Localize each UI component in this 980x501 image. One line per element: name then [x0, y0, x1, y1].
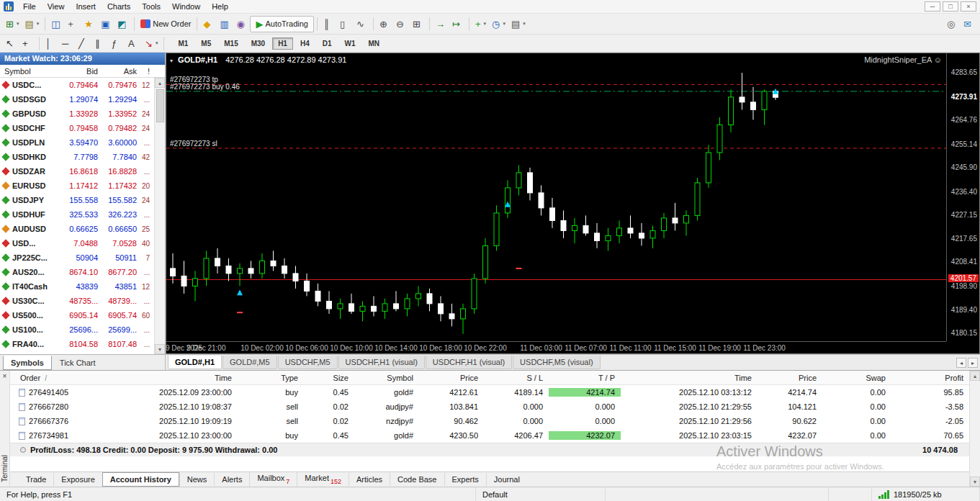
close-button[interactable]: × [961, 1, 976, 12]
cursor-tool[interactable]: ↖ [3, 35, 19, 52]
terminal-col-header-profit-11[interactable]: Profit [891, 374, 969, 382]
market-watch-row[interactable]: US30C...48735...48739...... [0, 294, 154, 308]
market-watch-row[interactable]: USDSGD1.290741.29294... [0, 92, 154, 107]
vertical-line-tool[interactable]: │ [42, 35, 59, 52]
market-watch-row[interactable]: IT40Cash438394385112 [0, 279, 154, 294]
channel-tool[interactable]: ∥ [92, 35, 109, 52]
status-profile[interactable]: Default [476, 487, 606, 501]
market-watch-row[interactable]: USDC...0.794640.7947612 [0, 78, 154, 92]
timeframe-h1[interactable]: H1 [272, 37, 293, 50]
chart-tab-usdchf-m5-visual-5[interactable]: USDCHF,M5 (visual) [513, 356, 600, 369]
chat-button[interactable]: ✉ [961, 16, 977, 32]
terminal-tab-account-history[interactable]: Account History [102, 472, 179, 487]
column-header-bid[interactable]: Bid [56, 67, 98, 76]
scroll-down-icon[interactable]: ▾ [970, 477, 980, 487]
market-watch-row[interactable]: EURUSD1.174121.1743220 [0, 179, 154, 193]
chart-window-button[interactable]: ▥ [217, 16, 233, 32]
chart-tab-usdchf-m5-2[interactable]: USDCHF,M5 [278, 356, 338, 369]
market-watch-row[interactable]: USDJPY155.558155.58224 [0, 193, 154, 207]
market-watch-row[interactable]: USDPLN3.594703.60000... [0, 135, 154, 150]
history-row[interactable]: 2767349812025.12.10 23:00:00buy0.45gold#… [10, 428, 969, 443]
terminal-col-header-symbol-4[interactable]: Symbol [354, 374, 419, 382]
market-watch-tab-tick-chart[interactable]: Tick Chart [52, 356, 104, 370]
terminal-tab-trade[interactable]: Trade [19, 473, 53, 486]
period-button[interactable]: ◷▾ [489, 16, 508, 32]
timeframe-h4[interactable]: H4 [295, 37, 315, 50]
chart-time-axis[interactable]: 9 Dec 20259 Dec 21:0010 Dec 02:0010 Dec … [166, 341, 946, 353]
market-watch-row[interactable]: USDCHF0.794580.7948224 [0, 121, 154, 135]
terminal-col-header-time-1[interactable]: Time [101, 374, 238, 382]
menu-charts[interactable]: Charts [102, 1, 136, 12]
new-chart-button[interactable]: ⊞▾ [3, 16, 22, 32]
timeframe-m1[interactable]: M1 [172, 37, 194, 50]
ea-smiley-icon[interactable]: ☺ [934, 55, 942, 64]
market-watch-row[interactable]: FRA40...8104.588107.48... [0, 337, 154, 351]
terminal-close-button[interactable]: × [3, 371, 7, 380]
search-button[interactable]: ◎ [944, 16, 961, 32]
scroll-thumb[interactable] [156, 89, 164, 122]
add-indicator-button[interactable]: +▾ [472, 16, 489, 32]
crosshair-tool[interactable]: + [19, 35, 36, 52]
terminal-tab-mailbox[interactable]: Mailbox7 [249, 471, 297, 487]
terminal-col-header-price-9[interactable]: Price [758, 374, 822, 382]
menu-insert[interactable]: Insert [70, 1, 102, 12]
timeframe-d1[interactable]: D1 [317, 37, 338, 50]
terminal-col-header-t-p-7[interactable]: T / P [549, 374, 621, 382]
terminal-col-header-swap-10[interactable]: Swap [822, 374, 891, 382]
market-watch-row[interactable]: USD...7.04887.052840 [0, 236, 154, 250]
menu-file[interactable]: File [17, 1, 42, 12]
chart-panel[interactable]: ▾ GOLD#,H1 4276.28 4276.28 4272.89 4273.… [166, 53, 980, 354]
timeframe-w1[interactable]: W1 [339, 37, 361, 50]
market-watch-row[interactable]: USDHUF325.533326.223... [0, 207, 154, 222]
navigator-toggle[interactable]: ★ [81, 16, 98, 32]
market-watch-row[interactable]: JP225C...50904509117 [0, 250, 154, 265]
menu-window[interactable]: Window [166, 1, 206, 12]
terminal-tab-code-base[interactable]: Code Base [390, 473, 444, 486]
chart-shift-button[interactable]: ↦ [449, 16, 466, 32]
timeframe-mn[interactable]: MN [363, 37, 386, 50]
market-watch-row[interactable]: AUS20...8674.108677.20... [0, 265, 154, 279]
terminal-col-header-order-0[interactable]: Order/ [10, 374, 101, 382]
terminal-tab-experts[interactable]: Experts [444, 473, 486, 486]
timeframe-m15[interactable]: M15 [218, 37, 243, 50]
maximize-button[interactable]: □ [943, 1, 958, 12]
text-tool[interactable]: A [125, 35, 142, 52]
history-row[interactable]: 2766673762025.12.10 19:09:19sell0.02nzdj… [10, 414, 969, 428]
history-row[interactable]: 2764914052025.12.09 23:00:00buy0.45gold#… [10, 385, 969, 400]
market-watch-row[interactable]: US100...25696...25699...... [0, 322, 154, 337]
market-watch-toggle[interactable]: ◫ [48, 16, 65, 32]
candles-mode-button[interactable]: ▯ [337, 16, 354, 32]
menu-tools[interactable]: Tools [136, 1, 166, 12]
fibonacci-tool[interactable]: ƒ [109, 35, 125, 52]
menu-help[interactable]: Help [206, 1, 234, 12]
community-button[interactable]: ◉ [233, 16, 250, 32]
menu-view[interactable]: View [42, 1, 71, 12]
terminal-col-header-time-8[interactable]: Time [621, 374, 758, 382]
arrows-tool[interactable]: ↘▾ [142, 35, 161, 52]
market-watch-row[interactable]: US500...6905.146905.7460 [0, 308, 154, 322]
terminal-col-header-s-l-6[interactable]: S / L [484, 374, 549, 382]
history-row[interactable]: 2766672802025.12.10 19:08:37sell0.02audj… [10, 400, 969, 414]
zoom-out-button[interactable]: ⊖ [393, 16, 410, 32]
terminal-tab-exposure[interactable]: Exposure [53, 473, 102, 486]
terminal-tab-articles[interactable]: Articles [349, 473, 390, 486]
tile-windows-button[interactable]: ⊞ [410, 16, 426, 32]
metaeditor-button[interactable]: ◆ [200, 16, 217, 32]
market-watch-row[interactable]: AUDUSD0.666250.6665025 [0, 222, 154, 236]
chart-tab-gold-h1-0[interactable]: GOLD#,H1 [168, 356, 222, 369]
chart-plot-svg[interactable]: #276972273 tp#276972273 buy 0.46#2769722… [166, 53, 946, 341]
trendline-tool[interactable]: ╱ [76, 35, 92, 52]
line-mode-button[interactable]: ∿ [354, 16, 370, 32]
scroll-down-icon[interactable]: ▾ [155, 344, 165, 354]
terminal-col-header-size-3[interactable]: Size [304, 374, 354, 382]
templates-button[interactable]: ▤▾ [508, 16, 529, 32]
terminal-tab-market[interactable]: Market152 [297, 471, 349, 487]
market-watch-row[interactable]: USDZAR16.861816.8828... [0, 164, 154, 179]
zoom-in-button[interactable]: ⊕ [377, 16, 393, 32]
terminal-tab-news[interactable]: News [179, 473, 215, 486]
market-watch-row[interactable]: GBPUSD1.339281.3395224 [0, 107, 154, 121]
bars-mode-button[interactable]: ║ [320, 16, 337, 32]
column-header-ask[interactable]: Ask [98, 67, 137, 76]
new-order-button[interactable]: New Order [138, 16, 194, 32]
data-window-toggle[interactable]: + [65, 16, 81, 32]
